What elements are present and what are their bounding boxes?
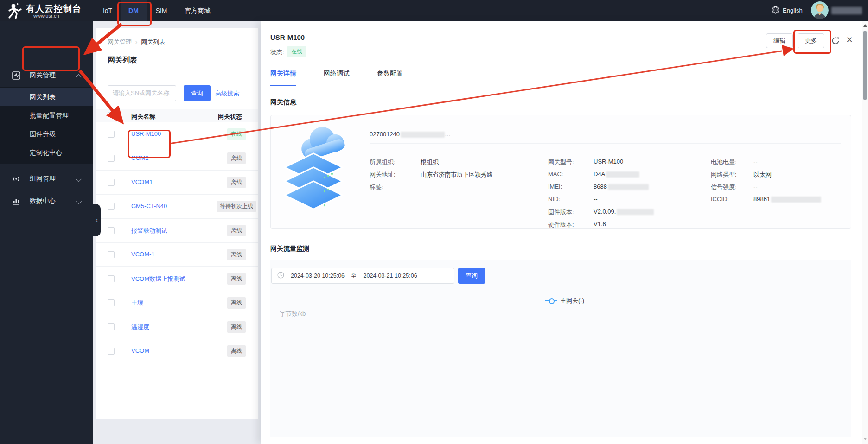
nav-item-mall[interactable]: 官方商城 <box>178 0 217 21</box>
imei-redacted <box>608 184 649 190</box>
field-value: 89861 <box>753 196 821 203</box>
field-label: 网关型号: <box>548 158 574 166</box>
divider <box>108 72 247 72</box>
sidebar-group-datacenter[interactable]: 数据中心 <box>0 191 93 211</box>
gateway-name-link[interactable]: 温湿度 <box>131 323 149 331</box>
language-switcher[interactable]: English <box>783 0 803 21</box>
scrollbar-down-arrow-icon[interactable] <box>863 438 867 440</box>
field-label: NID: <box>548 196 560 203</box>
field-label: MAC: <box>548 171 563 178</box>
top-nav: 有人云控制台 www.usr.cn IoT DM SIM 官方商城 Englis… <box>0 0 868 21</box>
status-badge: 离线 <box>227 225 246 236</box>
sidebar-group-networking-label: 组网管理 <box>30 175 56 183</box>
tab-parameter-config[interactable]: 参数配置 <box>377 70 403 86</box>
close-icon[interactable]: ✕ <box>845 35 854 44</box>
field-value: 山东省济南市历下区颖秀路 <box>421 171 493 179</box>
status-badge: 离线 <box>227 273 246 285</box>
row-checkbox[interactable] <box>108 155 115 162</box>
traffic-chart-panel: 2024-03-20 10:25:06 至 2024-03-21 10:25:0… <box>270 260 851 437</box>
drawer-scrollbar[interactable] <box>862 21 868 444</box>
y-axis-label: 字节数/kb <box>280 310 306 318</box>
chevron-up-icon <box>76 74 82 80</box>
table-row: VCOM1 离线 <box>96 171 258 195</box>
gateway-name-link[interactable]: 报警联动测试 <box>131 227 167 235</box>
sidebar-group-gateway[interactable]: 网关管理 <box>0 65 93 86</box>
firmware-redacted <box>617 209 654 215</box>
gateway-name-link[interactable]: VCOM1 <box>131 178 153 185</box>
search-input[interactable]: 请输入SN或网关名称 <box>108 85 176 101</box>
usr-logo-icon <box>6 2 24 20</box>
tab-gateway-detail[interactable]: 网关详情 <box>270 70 296 86</box>
more-button[interactable]: 更多 <box>798 33 824 48</box>
table-row: 报警联动测试 离线 <box>96 219 258 243</box>
chart-legend[interactable]: 主网关(-) <box>545 297 584 305</box>
advanced-search-link[interactable]: 高级搜索 <box>215 89 239 98</box>
scrollbar-thumb[interactable] <box>863 31 867 100</box>
breadcrumb-parent[interactable]: 网关管理 <box>108 38 132 45</box>
field-label: 信号强度: <box>711 183 737 191</box>
gateway-name-link[interactable]: COM2 <box>131 154 149 161</box>
field-label: 所属组织: <box>370 158 396 166</box>
field-value: -- <box>753 158 758 165</box>
sidebar-item-gateway-list[interactable]: 网关列表 <box>0 88 93 106</box>
gateway-name-link[interactable]: 土壤 <box>131 299 143 307</box>
gateway-name-link[interactable]: VCOM <box>131 347 149 354</box>
scrollbar-up-arrow-icon[interactable] <box>863 24 867 27</box>
breadcrumb-separator: › <box>135 38 137 45</box>
field-label: 电池电量: <box>711 158 737 166</box>
drawer-status-badge: 在线 <box>287 46 306 57</box>
column-header-name: 网关名称 <box>131 113 155 121</box>
row-checkbox[interactable] <box>108 227 115 234</box>
field-value: 根组织 <box>421 158 439 166</box>
nav-item-dm[interactable]: DM <box>121 0 147 21</box>
status-badge: 离线 <box>227 345 246 357</box>
table-row: 温湿度 离线 <box>96 315 258 339</box>
chevron-down-icon <box>76 176 82 182</box>
row-checkbox[interactable] <box>108 251 115 258</box>
date-start[interactable]: 2024-03-20 10:25:06 <box>291 273 345 279</box>
gateway-name-link[interactable]: USR-M100 <box>131 130 161 137</box>
column-header-status: 网关状态 <box>218 113 242 121</box>
sidebar: 网关管理 网关列表 批量配置管理 固件升级 定制化中心 组网管理 <box>0 21 93 444</box>
table-row: USR-M100 在线 <box>96 122 258 146</box>
gateway-name-link[interactable]: GM5-CT-N40 <box>131 203 167 209</box>
gateway-device-icon <box>282 123 351 219</box>
nav-item-sim[interactable]: SIM <box>148 0 174 21</box>
table-body: USR-M100 在线 COM2 离线 VCOM1 离线 GM5-CT-N40 … <box>96 122 258 363</box>
nav-item-iot[interactable]: IoT <box>95 0 121 21</box>
gateway-list-panel: 网关管理›网关列表 网关列表 请输入SN或网关名称 查询 高级搜索 网关名称 网… <box>96 28 258 419</box>
date-end[interactable]: 2024-03-21 10:25:06 <box>364 273 417 279</box>
gateway-sn: 027001240… <box>370 131 451 138</box>
tab-network-debug[interactable]: 网络调试 <box>324 70 350 86</box>
sidebar-submenu: 网关列表 批量配置管理 固件升级 定制化中心 <box>0 87 93 164</box>
traffic-query-button[interactable]: 查询 <box>458 268 485 284</box>
row-checkbox[interactable] <box>108 179 115 186</box>
sidebar-item-customization-center[interactable]: 定制化中心 <box>0 143 93 162</box>
sidebar-group-networking[interactable]: 组网管理 <box>0 169 93 189</box>
username-redacted[interactable] <box>831 7 862 14</box>
drawer-status-label: 状态: <box>270 48 284 57</box>
gateway-name-link[interactable]: VCOM数据上报测试 <box>131 275 185 283</box>
sidebar-collapse-handle[interactable]: ‹ <box>93 204 101 236</box>
select-all-checkbox[interactable] <box>108 112 115 119</box>
row-checkbox[interactable] <box>108 203 115 210</box>
sidebar-item-batch-config[interactable]: 批量配置管理 <box>0 106 93 125</box>
row-checkbox[interactable] <box>108 131 115 138</box>
row-checkbox[interactable] <box>108 299 115 306</box>
gateway-info-card: 027001240… 所属组织: 根组织 网关地址: 山东省济南市历下区颖秀路 … <box>270 115 851 229</box>
row-checkbox[interactable] <box>108 275 115 282</box>
row-checkbox[interactable] <box>108 323 115 330</box>
field-value: 8688 <box>594 183 649 190</box>
date-range-picker[interactable]: 2024-03-20 10:25:06 至 2024-03-21 10:25:0… <box>271 268 454 284</box>
search-query-button[interactable]: 查询 <box>184 85 211 101</box>
gateway-name-link[interactable]: VCOM-1 <box>131 251 155 258</box>
row-checkbox[interactable] <box>108 348 115 355</box>
chevron-down-icon <box>76 198 82 204</box>
sidebar-item-firmware-upgrade[interactable]: 固件升级 <box>0 125 93 143</box>
mac-redacted <box>606 171 639 178</box>
screen: 有人云控制台 www.usr.cn IoT DM SIM 官方商城 Englis… <box>0 0 868 444</box>
avatar[interactable] <box>811 1 829 19</box>
breadcrumb-current: 网关列表 <box>141 38 165 45</box>
refresh-icon[interactable] <box>831 36 840 45</box>
edit-button[interactable]: 编辑 <box>766 33 793 48</box>
